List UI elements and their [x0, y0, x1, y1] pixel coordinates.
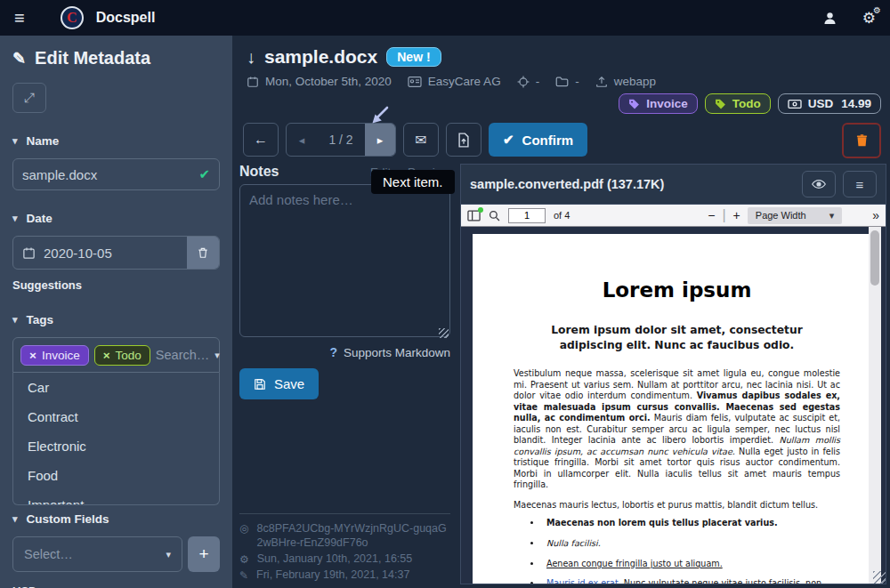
zoom-level-value: Page Width [756, 210, 806, 221]
clear-date-button[interactable] [187, 237, 219, 269]
tag-option-car[interactable]: Car [13, 373, 219, 402]
arrow-left-icon: ← [254, 132, 268, 148]
textarea-resize-handle[interactable] [439, 328, 449, 338]
tag-option-contract[interactable]: Contract [13, 402, 219, 431]
next-item-button[interactable]: ▸ [365, 124, 395, 156]
custom-field-select[interactable]: Select… ▾ [12, 536, 182, 572]
document-title: Lorem ipsum [514, 278, 840, 302]
zoom-level-select[interactable]: Page Width ▾ [748, 207, 842, 224]
item-date-text: Mon, October 5th, 2020 [265, 75, 392, 88]
next-item-tooltip: Next item. [371, 170, 455, 194]
markdown-hint-link[interactable]: ? Supports Markdown [329, 345, 450, 359]
tag-option-important[interactable]: Important [13, 490, 219, 505]
document-bullet-list: Maecenas non lorem quis tellus placerat … [542, 518, 840, 584]
notes-heading: Notes [239, 164, 279, 180]
search-icon[interactable] [489, 210, 500, 222]
floppy-icon [254, 378, 266, 391]
zoom-controls: − | + Page Width ▾ » [708, 207, 879, 224]
delete-item-button[interactable] [842, 123, 881, 158]
envelope-icon: ✉ [415, 132, 426, 149]
back-button[interactable]: ← [243, 123, 279, 157]
pill-todo[interactable]: Todo [705, 93, 771, 114]
amount-value: 14.99 [841, 97, 871, 110]
main-content: ↓ sample.docx New ! Mon, October 5th, 20… [232, 36, 890, 588]
tag-chip-todo[interactable]: × Todo [94, 345, 150, 366]
file-upload-icon [457, 133, 470, 148]
panel-resize-handle[interactable] [873, 571, 886, 584]
tag-icon [715, 98, 726, 109]
add-custom-field-button[interactable]: + [188, 536, 220, 572]
brand-title[interactable]: Docspell [96, 10, 156, 26]
tag-chip-invoice[interactable]: × Invoice [20, 345, 89, 366]
tag-search-input[interactable]: Search… [156, 348, 209, 362]
save-notes-button[interactable]: Save [239, 368, 319, 399]
arrow-down-icon: ↓ [247, 47, 255, 68]
pdf-header-buttons: ≡ [802, 171, 877, 197]
pdf-panel-header: sample.converted.pdf (137.17K) ≡ [461, 165, 886, 205]
id-card-icon [408, 76, 422, 88]
sidebar-toggle-button[interactable] [467, 210, 481, 222]
toolbar-left-group: ← ◂ 1 / 2 ▸ ✉ ✔ Confirm [243, 123, 587, 157]
menu-icon[interactable]: ≡ [14, 8, 25, 28]
tag-option-food[interactable]: Food [13, 461, 219, 490]
previous-item-button[interactable]: ◂ [287, 124, 317, 156]
eye-icon [812, 179, 826, 189]
tag-option-electronic[interactable]: Electronic [13, 431, 219, 461]
item-source[interactable]: webapp [595, 75, 656, 88]
pdf-filename: sample.converted.pdf (137.17K) [470, 177, 664, 191]
app-body: ✎ Edit Metadata ⤢ ▾ Name ✔ ▾ Date 2020-1… [0, 36, 890, 588]
notes-textarea[interactable] [239, 184, 450, 337]
folder-icon [555, 76, 569, 87]
usd-field-label: USD [12, 584, 220, 588]
updated-date: Fri, February 19th, 2021, 14:37 [256, 568, 409, 581]
expand-sidebar-button[interactable]: ⤢ [12, 83, 46, 113]
item-folder[interactable]: - [555, 75, 579, 88]
new-badge[interactable]: New ! [386, 47, 441, 67]
pill-label: Invoice [646, 97, 688, 110]
page-number-input[interactable] [508, 208, 546, 223]
confirm-button[interactable]: ✔ Confirm [489, 123, 587, 157]
section-name[interactable]: ▾ Name [12, 134, 220, 148]
date-field[interactable]: 2020-10-05 [13, 237, 187, 269]
docspell-logo[interactable]: C [61, 6, 84, 29]
item-id-row: ◎ 8c8PFA2UCbg-MYrWzjnRgUC-guqaG2wBHre-rE… [239, 521, 449, 551]
preview-eye-button[interactable] [802, 171, 836, 197]
tags-multiselect[interactable]: × Invoice × Todo Search… ▾ [12, 337, 220, 373]
close-icon[interactable]: × [29, 349, 36, 362]
zoom-in-button[interactable]: + [733, 208, 740, 222]
zoom-out-button[interactable]: − [708, 208, 715, 222]
check-icon: ✔ [198, 166, 210, 182]
document-paragraph: Vestibulum neque massa, scelerisque sit … [514, 368, 840, 490]
document-link[interactable]: Mauris id ex erat. [546, 578, 621, 584]
pdf-menu-button[interactable]: ≡ [843, 171, 877, 197]
settings-gears-icon[interactable]: ⚙⚙ [862, 9, 876, 28]
markdown-hint-text: Supports Markdown [344, 346, 450, 359]
item-concerning[interactable]: - [517, 75, 540, 88]
close-icon[interactable]: × [103, 349, 110, 362]
mail-button[interactable]: ✉ [403, 123, 439, 157]
pdf-scrollbar-thumb[interactable] [870, 230, 879, 286]
section-custom-fields[interactable]: ▾ Custom Fields [12, 512, 220, 526]
section-date[interactable]: ▾ Date [12, 212, 220, 225]
item-id-footer: ◎ 8c8PFA2UCbg-MYrWzjnRgUC-guqaG2wBHre-rE… [239, 513, 450, 588]
pill-invoice[interactable]: Invoice [619, 93, 698, 114]
document-heading: Lorem ipsum dolor sit amet, consectetur … [514, 323, 840, 353]
pill-usd-amount[interactable]: USD 14.99 [778, 93, 881, 114]
chevron-down-icon: ▾ [166, 549, 171, 560]
bullet-item: Maecenas non lorem quis tellus placerat … [542, 518, 840, 528]
pdf-viewer-area: Lorem ipsum Lorem ipsum dolor sit amet, … [461, 227, 886, 584]
section-tags[interactable]: ▾ Tags [12, 313, 220, 326]
reprocess-file-button[interactable] [446, 123, 481, 157]
document-paragraph: Maecenas mauris lectus, lobortis et puru… [514, 500, 840, 510]
toolbar-more-button[interactable]: » [872, 208, 879, 222]
money-bill-icon [788, 99, 802, 109]
user-icon[interactable] [822, 11, 837, 26]
item-correspondent[interactable]: EasyCare AG [408, 75, 501, 88]
item-date[interactable]: Mon, October 5th, 2020 [247, 75, 392, 88]
name-input[interactable] [22, 167, 190, 182]
page-indicator: 1 / 2 [317, 124, 365, 156]
bullet-item: Mauris id ex erat. Nunc vulputate neque … [542, 578, 840, 584]
date-suggestions-label: Suggestions [12, 278, 220, 292]
chip-label: Invoice [42, 349, 80, 362]
chevron-down-icon: ▾ [12, 135, 18, 147]
